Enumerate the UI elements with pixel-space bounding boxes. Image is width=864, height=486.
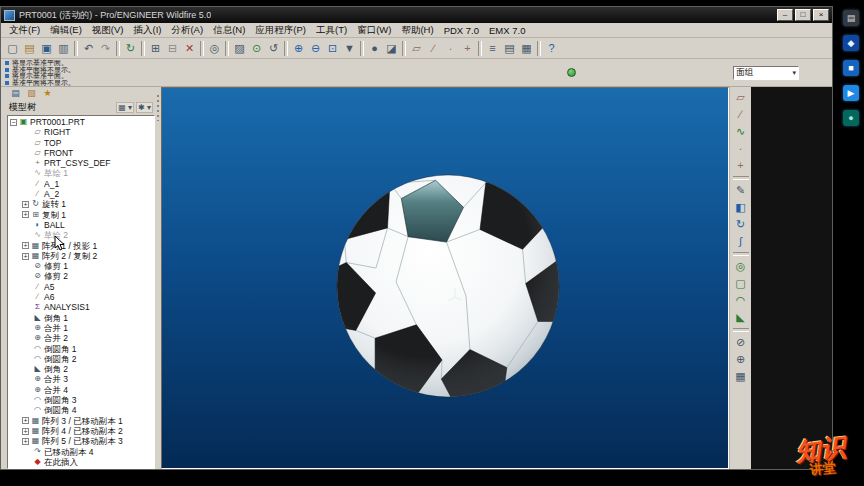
- tree-expander[interactable]: +: [22, 242, 29, 249]
- chamfer-tool-icon[interactable]: ◣: [732, 309, 750, 326]
- menu-item-4[interactable]: 插入(I): [128, 23, 166, 38]
- menu-item-7[interactable]: 应用程序(P): [250, 23, 311, 38]
- tree-row[interactable]: ⊘修剪 2: [8, 271, 154, 281]
- spin-center-icon[interactable]: ⊙: [248, 40, 265, 57]
- display-style-icon[interactable]: ●: [366, 40, 383, 57]
- tree-expander[interactable]: −: [10, 119, 17, 126]
- tree-row[interactable]: ∕A6: [8, 292, 154, 302]
- tree-expander[interactable]: +: [22, 438, 29, 445]
- tree-row[interactable]: +▦阵列 3 / 已移动副本 1: [8, 416, 154, 426]
- tree-row[interactable]: ◗BALL: [8, 220, 154, 230]
- datum-plane-toggle-icon[interactable]: ▱: [408, 40, 425, 57]
- tree-row[interactable]: ◣倒角 1: [8, 313, 154, 323]
- tree-row[interactable]: ◠倒圆角 2: [8, 354, 154, 364]
- tree-row[interactable]: +▦阵列 5 / 已移动副本 3: [8, 436, 154, 446]
- tree-row[interactable]: ⊕合并 3: [8, 374, 154, 384]
- undo-icon[interactable]: ↶: [80, 40, 97, 57]
- tree-row[interactable]: ◠倒圆角 1: [8, 344, 154, 354]
- menu-item-2[interactable]: 编辑(E): [45, 23, 87, 38]
- annotation-toggle-icon[interactable]: ≡: [484, 40, 501, 57]
- close-button[interactable]: ×: [813, 9, 829, 21]
- tree-row[interactable]: ⊕合并 1: [8, 323, 154, 333]
- dock-icon-3[interactable]: ■: [843, 60, 859, 76]
- datum-plane-tool-icon[interactable]: ▱: [732, 89, 750, 106]
- pattern-tool-icon[interactable]: ▦: [732, 368, 750, 385]
- tree-row[interactable]: ΣANALYSIS1: [8, 302, 154, 312]
- open-file-icon[interactable]: ▤: [21, 40, 38, 57]
- tree-expander[interactable]: +: [22, 417, 29, 424]
- named-views-icon[interactable]: ▼: [341, 40, 358, 57]
- orient-mode-icon[interactable]: ↺: [265, 40, 282, 57]
- csys-tool-icon[interactable]: +: [732, 157, 750, 174]
- tree-row[interactable]: ∿草绘 2: [8, 230, 154, 240]
- zoom-in-icon[interactable]: ⊕: [290, 40, 307, 57]
- datum-point-toggle-icon[interactable]: ∙: [442, 40, 459, 57]
- title-bar[interactable]: PRT0001 (活动的) - Pro/ENGINEER Wildfire 5.…: [1, 7, 832, 23]
- tree-row[interactable]: ∕A5: [8, 282, 154, 292]
- tree-row[interactable]: ↷已移动副本 4: [8, 447, 154, 457]
- tree-row[interactable]: −▣PRT0001.PRT: [8, 117, 154, 127]
- merge-tool-icon[interactable]: ⊕: [732, 351, 750, 368]
- sweep-tool-icon[interactable]: ∫: [732, 233, 750, 250]
- menu-item-9[interactable]: 窗口(W): [352, 23, 396, 38]
- tree-row[interactable]: ∿草绘 1: [8, 168, 154, 178]
- shell-tool-icon[interactable]: ▢: [732, 275, 750, 292]
- print-icon[interactable]: ▥: [55, 40, 72, 57]
- model-tree-tab[interactable]: ▤: [9, 88, 22, 99]
- tree-expander[interactable]: +: [22, 211, 29, 218]
- model-tree[interactable]: −▣PRT0001.PRT▱RIGHT▱TOP▱FRONT+PRT_CSYS_D…: [7, 115, 155, 469]
- menu-item-5[interactable]: 分析(A): [166, 23, 208, 38]
- dock-icon-2[interactable]: ◆: [843, 35, 859, 51]
- paste-icon[interactable]: ⊟: [164, 40, 181, 57]
- save-icon[interactable]: ▣: [38, 40, 55, 57]
- tree-row[interactable]: ◆在此插入: [8, 457, 154, 467]
- regenerate-icon[interactable]: ↻: [122, 40, 139, 57]
- selection-filter-dropdown[interactable]: 面组 ▾: [733, 66, 799, 80]
- dock-icon-1[interactable]: ▤: [843, 10, 859, 26]
- menu-item-8[interactable]: 工具(T): [311, 23, 352, 38]
- datum-point-tool-icon[interactable]: ∙: [732, 140, 750, 157]
- zoom-out-icon[interactable]: ⊖: [307, 40, 324, 57]
- copy-icon[interactable]: ⊞: [147, 40, 164, 57]
- datum-axis-toggle-icon[interactable]: ∕: [425, 40, 442, 57]
- menu-item-6[interactable]: 信息(N): [208, 23, 250, 38]
- tree-show-button[interactable]: ▦ ▾: [116, 102, 134, 113]
- revolve-tool-icon[interactable]: ↻: [732, 216, 750, 233]
- repaint-icon[interactable]: ▨: [231, 40, 248, 57]
- refit-icon[interactable]: ⊡: [324, 40, 341, 57]
- maximize-button[interactable]: □: [795, 9, 811, 21]
- graphics-viewport[interactable]: [161, 87, 729, 469]
- tree-row[interactable]: +⊞复制 1: [8, 210, 154, 220]
- tree-row[interactable]: ⊘修剪 1: [8, 261, 154, 271]
- menu-item-12[interactable]: EMX 7.0: [484, 24, 530, 37]
- tree-row[interactable]: ⊕合并 4: [8, 385, 154, 395]
- round-tool-icon[interactable]: ◠: [732, 292, 750, 309]
- new-file-icon[interactable]: ▢: [4, 40, 21, 57]
- search-icon[interactable]: ◎: [206, 40, 223, 57]
- dock-icon-5[interactable]: ●: [843, 110, 859, 126]
- menu-item-10[interactable]: 帮助(H): [396, 23, 438, 38]
- tree-row[interactable]: ∕A_1: [8, 179, 154, 189]
- extrude-tool-icon[interactable]: ◧: [732, 199, 750, 216]
- tree-row[interactable]: +PRT_CSYS_DEF: [8, 158, 154, 168]
- tree-expander[interactable]: +: [22, 428, 29, 435]
- tree-row[interactable]: ◠倒圆角 3: [8, 395, 154, 405]
- tree-row[interactable]: +▦阵列 1 / 投影 1: [8, 241, 154, 251]
- tree-row[interactable]: ∕A_2: [8, 189, 154, 199]
- menu-item-11[interactable]: PDX 7.0: [439, 24, 484, 37]
- tree-expander[interactable]: +: [22, 253, 29, 260]
- redo-icon[interactable]: ↷: [97, 40, 114, 57]
- folder-browser-tab[interactable]: ▧: [25, 88, 38, 99]
- tree-expander[interactable]: +: [22, 201, 29, 208]
- tree-row[interactable]: ⊕合并 2: [8, 333, 154, 343]
- layer-icon[interactable]: ▤: [501, 40, 518, 57]
- menu-item-3[interactable]: 视图(V): [87, 23, 129, 38]
- tree-row[interactable]: +▦阵列 4 / 已移动副本 2: [8, 426, 154, 436]
- tree-row[interactable]: ◣倒角 2: [8, 364, 154, 374]
- tree-row[interactable]: ▱FRONT: [8, 148, 154, 158]
- dock-icon-4[interactable]: ▶: [843, 85, 859, 101]
- tree-row[interactable]: +▦阵列 2 / 复制 2: [8, 251, 154, 261]
- tree-row[interactable]: ▱RIGHT: [8, 127, 154, 137]
- datum-curve-tool-icon[interactable]: ∿: [732, 123, 750, 140]
- menu-item-1[interactable]: 文件(F): [4, 23, 45, 38]
